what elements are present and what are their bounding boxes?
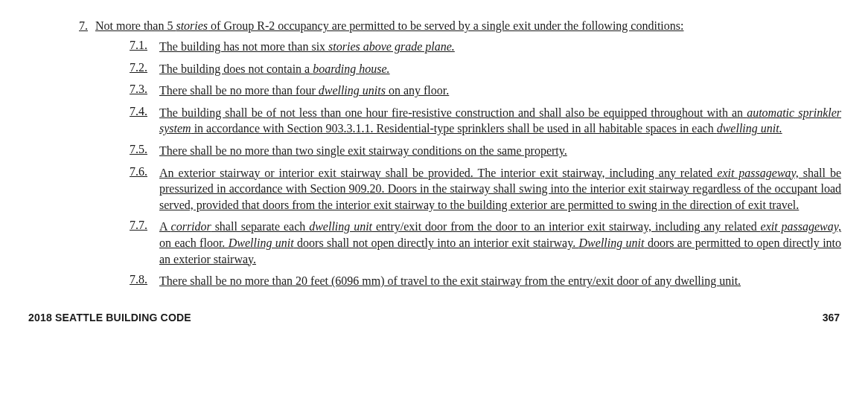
list-text: An exterior stairway or interior exit st… <box>159 165 841 213</box>
list-text: There shall be no more than two single e… <box>159 143 841 159</box>
page-number: 367 <box>823 312 840 323</box>
list-number: 7.8. <box>130 273 159 286</box>
list-text: Not more than 5 stories of Group R-2 occ… <box>95 19 841 33</box>
list-item-7-5: 7.5.There shall be no more than two sing… <box>130 143 841 159</box>
list-item-7-4: 7.4.The building shall be of not less th… <box>130 105 841 137</box>
list-item-7-7: 7.7.A corridor shall separate each dwell… <box>130 219 841 267</box>
list-item-7-2: 7.2.The building does not contain a boar… <box>130 61 841 77</box>
list-number: 7.7. <box>130 219 159 232</box>
list-item-7: 7. Not more than 5 stories of Group R-2 … <box>79 19 841 33</box>
list-text: The building has not more than six stori… <box>159 39 841 55</box>
list-number: 7.1. <box>130 39 159 52</box>
list-number: 7.3. <box>130 83 159 96</box>
list-item-7-8: 7.8.There shall be no more than 20 feet … <box>130 273 841 289</box>
list-number: 7. <box>79 19 88 33</box>
list-text: There shall be no more than 20 feet (609… <box>159 273 841 289</box>
list-text: A corridor shall separate each dwelling … <box>159 219 841 267</box>
list-item-7-1: 7.1.The building has not more than six s… <box>130 39 841 55</box>
list-text: There shall be no more than four dwellin… <box>159 83 841 99</box>
list-number: 7.2. <box>130 61 159 74</box>
list-text: The building shall be of not less than o… <box>159 105 841 137</box>
list-item-7-6: 7.6.An exterior stairway or interior exi… <box>130 165 841 213</box>
list-number: 7.4. <box>130 105 159 118</box>
list-number: 7.5. <box>130 143 159 156</box>
sublist: 7.1.The building has not more than six s… <box>130 39 841 289</box>
list-text: The building does not contain a boarding… <box>159 61 841 77</box>
document-page: 7. Not more than 5 stories of Group R-2 … <box>0 0 868 338</box>
list-number: 7.6. <box>130 165 159 178</box>
page-footer: 2018 SEATTLE BUILDING CODE 367 <box>27 312 841 323</box>
list-item-7-3: 7.3.There shall be no more than four dwe… <box>130 83 841 99</box>
footer-title: 2018 SEATTLE BUILDING CODE <box>28 312 191 323</box>
